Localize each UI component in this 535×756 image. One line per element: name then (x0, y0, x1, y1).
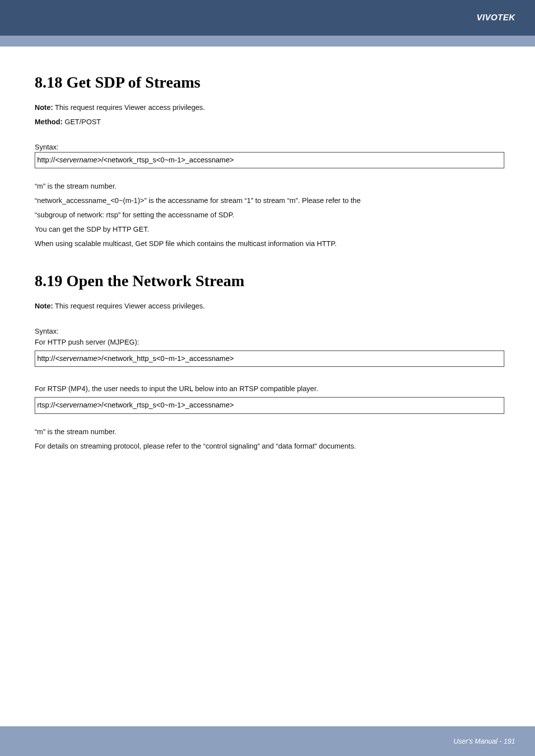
method-label: Method: (35, 118, 62, 126)
explain-block-818: “m” is the stream number. “network_acces… (35, 179, 504, 251)
code-suffix: /<network_http_s<0~m-1>_accessname> (102, 354, 234, 362)
header-accent-bar (0, 36, 535, 47)
syntax-codebox-818: http://<servername>/<network_rtsp_s<0~m-… (35, 152, 504, 168)
explain-line: “m” is the stream number. (35, 179, 504, 194)
rtsp-label-819: For RTSP (MP4), the user needs to input … (35, 382, 504, 396)
header-bar: VIVOTEK (0, 0, 535, 36)
method-text: GET/POST (62, 118, 101, 126)
code-suffix: /<network_rtsp_s<0~m-1>_accessname> (102, 156, 234, 164)
section-heading-819: 8.19 Open the Network Stream (35, 272, 504, 290)
explain-line: When using scalable multicast, Get SDP f… (35, 237, 504, 251)
syntax-codebox-http-819: http://<servername>/<network_http_s<0~m-… (35, 351, 504, 367)
code-server: <servername> (55, 156, 102, 164)
code-server: <servername> (55, 401, 102, 409)
section-heading-818: 8.18 Get SDP of Streams (35, 73, 504, 92)
footer-bar: User's Manual - 191 (0, 726, 535, 756)
explain-line: “m” is the stream number. (35, 425, 504, 439)
explain-line: You can get the SDP by HTTP GET. (35, 222, 504, 237)
code-suffix: /<network_rtsp_s<0~m-1>_accessname> (102, 401, 234, 409)
note-label: Note: (35, 103, 53, 111)
code-prefix: http:// (37, 156, 55, 164)
note-text: This request requires Viewer access priv… (53, 103, 205, 111)
explain-block-819: “m” is the stream number. For details on… (35, 425, 504, 454)
syntax-label-818: Syntax: (35, 143, 504, 151)
brand-label: VIVOTEK (477, 13, 515, 23)
page: VIVOTEK 8.18 Get SDP of Streams Note: Th… (0, 0, 535, 756)
note-line-818: Note: This request requires Viewer acces… (35, 101, 504, 115)
code-server: <servername> (55, 354, 102, 362)
syntax-codebox-rtsp-819: rtsp://<servername>/<network_rtsp_s<0~m-… (35, 397, 504, 413)
page-content: 8.18 Get SDP of Streams Note: This reque… (0, 47, 535, 454)
explain-line: “network_accessname_<0~(m-1)>” is the ac… (35, 194, 504, 208)
note-label: Note: (35, 302, 53, 310)
explain-line: “subgroup of network: rtsp” for setting … (35, 208, 504, 222)
footer-text: User's Manual - 191 (453, 737, 515, 745)
note-line-819: Note: This request requires Viewer acces… (35, 299, 504, 313)
syntax-label-819: Syntax: (35, 327, 504, 335)
explain-line: For details on streaming protocol, pleas… (35, 439, 504, 454)
code-prefix: http:// (37, 354, 55, 362)
note-text: This request requires Viewer access priv… (53, 302, 205, 310)
code-prefix: rtsp:// (37, 401, 55, 409)
method-line-818: Method: GET/POST (35, 115, 504, 129)
http-label-819: For HTTP push server (MJPEG): (35, 335, 504, 350)
